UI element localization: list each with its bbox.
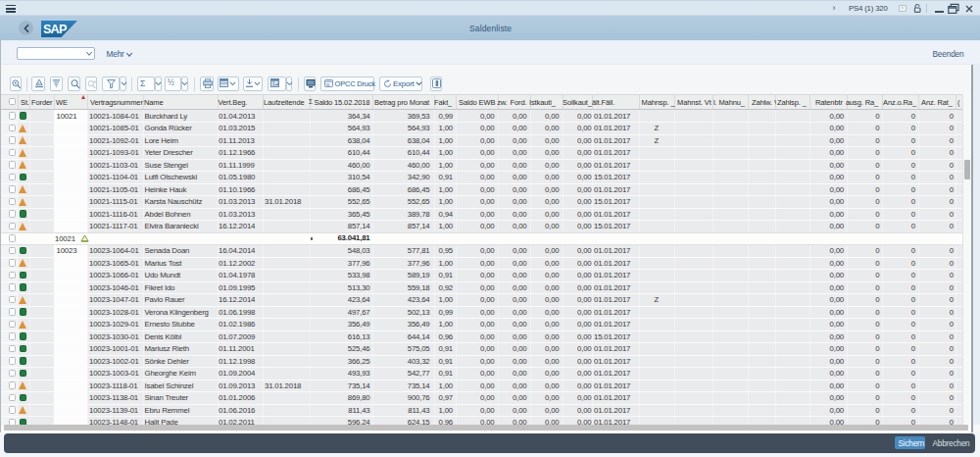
svg-text:SAP: SAP bbox=[43, 23, 67, 36]
svg-text:w: w bbox=[325, 81, 329, 87]
